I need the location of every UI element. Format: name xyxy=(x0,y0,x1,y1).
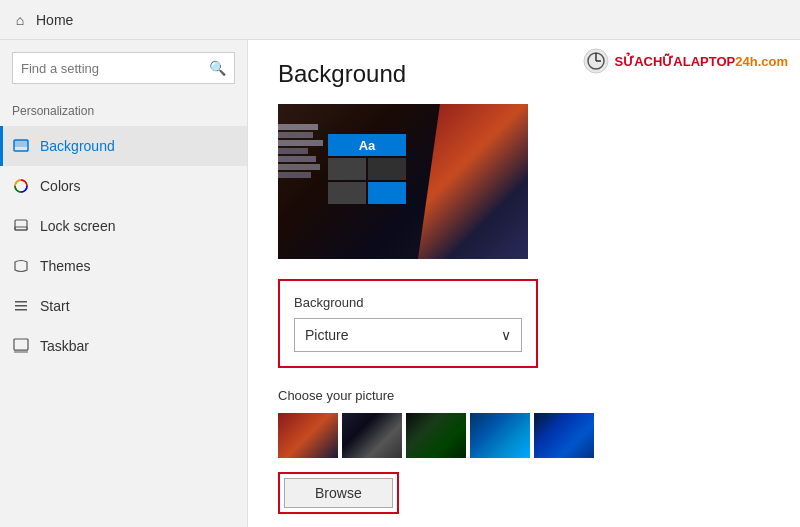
picture-grid xyxy=(278,413,770,458)
sidebar-item-themes[interactable]: Themes xyxy=(0,246,247,286)
picture-thumb-3[interactable] xyxy=(406,413,466,458)
svg-rect-1 xyxy=(14,140,28,147)
sidebar-item-themes-label: Themes xyxy=(40,258,91,274)
background-dropdown-value: Picture xyxy=(305,327,349,343)
preview-tile-4 xyxy=(368,182,406,204)
watermark-suffix: 24h.com xyxy=(735,54,788,69)
browse-button[interactable]: Browse xyxy=(284,478,393,508)
sidebar-item-colors[interactable]: Colors xyxy=(0,166,247,206)
home-icon: ⌂ xyxy=(12,12,28,28)
sidebar-item-background[interactable]: Background xyxy=(0,126,247,166)
right-panel: SỬACHỮALAPTOP24h.com Background xyxy=(248,40,800,527)
picture-thumb-4[interactable] xyxy=(470,413,530,458)
search-input[interactable] xyxy=(21,61,209,76)
search-box[interactable]: 🔍 xyxy=(12,52,235,84)
picture-thumb-1[interactable] xyxy=(278,413,338,458)
background-section-box: Background Picture ∨ xyxy=(278,279,538,368)
preview-strips xyxy=(278,124,323,178)
browse-box: Browse xyxy=(278,472,399,514)
main-content: 🔍 Personalization Background xyxy=(0,40,800,527)
watermark-text: SỬACHỮALAPTOP24h.com xyxy=(615,54,788,69)
choose-picture-label: Choose your picture xyxy=(278,388,770,403)
top-bar: ⌂ Home xyxy=(0,0,800,40)
svg-rect-7 xyxy=(15,309,27,311)
sidebar-item-taskbar-label: Taskbar xyxy=(40,338,89,354)
home-nav-item[interactable]: ⌂ Home xyxy=(12,12,73,28)
svg-rect-5 xyxy=(15,301,27,303)
start-nav-icon xyxy=(12,297,30,315)
background-dropdown-chevron: ∨ xyxy=(501,327,511,343)
colors-nav-icon xyxy=(12,177,30,195)
background-nav-icon xyxy=(12,137,30,155)
themes-nav-icon xyxy=(12,257,30,275)
preview-container: Aa xyxy=(278,104,528,259)
svg-rect-6 xyxy=(15,305,27,307)
sidebar: 🔍 Personalization Background xyxy=(0,40,248,527)
sidebar-item-colors-label: Colors xyxy=(40,178,80,194)
home-label: Home xyxy=(36,12,73,28)
watermark-icon xyxy=(583,48,609,74)
background-dropdown[interactable]: Picture ∨ xyxy=(294,318,522,352)
sidebar-item-start[interactable]: Start xyxy=(0,286,247,326)
svg-rect-8 xyxy=(14,339,28,350)
app-container: ⌂ Home 🔍 Personalization Background xyxy=(0,0,800,527)
background-section-label: Background xyxy=(294,295,522,310)
lock-nav-icon xyxy=(12,217,30,235)
personalization-label: Personalization xyxy=(0,100,247,126)
sidebar-item-lock-label: Lock screen xyxy=(40,218,115,234)
sidebar-item-start-label: Start xyxy=(40,298,70,314)
preview-flowers xyxy=(418,104,528,259)
taskbar-nav-icon xyxy=(12,337,30,355)
preview-tile-2 xyxy=(368,158,406,180)
sidebar-item-background-label: Background xyxy=(40,138,115,154)
preview-mockup: Aa xyxy=(278,104,528,259)
watermark: SỬACHỮALAPTOP24h.com xyxy=(583,48,788,74)
sidebar-item-lock-screen[interactable]: Lock screen xyxy=(0,206,247,246)
sidebar-item-taskbar[interactable]: Taskbar xyxy=(0,326,247,366)
picture-thumb-2[interactable] xyxy=(342,413,402,458)
preview-tile-aa: Aa xyxy=(328,134,406,156)
svg-rect-3 xyxy=(15,220,27,230)
preview-tile-1 xyxy=(328,158,366,180)
svg-rect-9 xyxy=(14,350,28,353)
preview-tile-3 xyxy=(328,182,366,204)
svg-rect-4 xyxy=(15,227,27,230)
search-icon: 🔍 xyxy=(209,60,226,76)
picture-thumb-5[interactable] xyxy=(534,413,594,458)
preview-tiles: Aa xyxy=(328,134,406,204)
